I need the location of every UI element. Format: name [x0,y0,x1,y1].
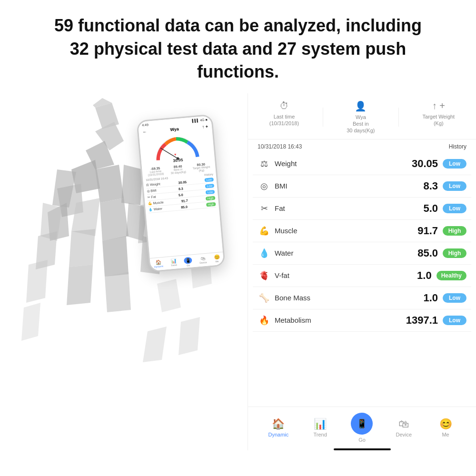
nav-device-label: Device [396,432,412,437]
timestamp-row: 10/31/2018 16:43 History [248,139,476,153]
metric-label: Water [275,249,409,257]
home-indicator [334,448,391,450]
metric-icon: 🫀 [258,270,271,281]
metric-value: 1397.1 [406,314,438,327]
stat-divider-1 [323,108,323,127]
right-panel: ⏱ Last time(10/31/2018) 👤 WyaBest in30 d… [248,93,476,450]
device-icon: 🛍 [398,418,409,430]
user-icon: 👤 [347,100,375,112]
phone-nav-me[interactable]: 😊 Me [214,254,220,264]
svg-marker-6 [100,198,129,241]
data-rows: ⚖ Weight 30.05 Low ◎ BMI 8.3 Low ✂ Fat 5… [248,153,476,407]
metric-icon: ✂ [258,203,271,214]
nav-device[interactable]: 🛍 Device [389,418,418,437]
nav-me-label: Me [442,432,449,437]
phone-nav-device[interactable]: 🛍 Device [199,256,207,266]
svg-marker-13 [26,260,48,303]
best-label: WyaBest in30 days(Kg) [347,114,375,134]
bottom-navigation: 🏠 Dynamic 📊 Trend 📱 Go 🛍 Device 😊 Me [248,407,476,446]
gauge-svg: ♥ 30.05 [149,132,204,165]
svg-marker-7 [69,229,95,267]
header-line3: functions. [197,62,279,81]
target-label: Target Weight(Kg) [423,113,455,127]
phone-user-name: Wya [170,127,179,132]
metric-icon: 🔥 [258,315,271,326]
svg-marker-14 [67,265,93,305]
phone-mockup: 4:49 ▌▌▌ 4G ■ ← Wya ↑ + [136,114,225,272]
trend-icon: 📊 [314,418,327,430]
metric-label: Metabolism [275,316,406,324]
metric-label: BMI [275,182,409,190]
data-row: 🔥 Metabolism 1397.1 Low [253,309,471,332]
phone-device: 4:49 ▌▌▌ 4G ■ ← Wya ↑ + [136,114,225,272]
data-row: 💪 Muscle 91.7 High [253,220,471,242]
top-stats-row: ⏱ Last time(10/31/2018) 👤 WyaBest in30 d… [248,93,476,139]
phone-history: History [204,173,213,177]
top-stat-last-time: ⏱ Last time(10/31/2018) [269,100,299,127]
status-badge: High [443,248,466,258]
metric-value: 1.0 [409,292,438,304]
top-stat-best: 👤 WyaBest in30 days(Kg) [347,100,375,134]
metric-value: 8.3 [409,180,438,192]
phone-time: 4:49 [142,123,149,127]
top-user-name: Wya [356,114,366,120]
metric-icon: 🦴 [258,293,271,303]
go-icon: 📱 [357,418,367,429]
nav-dynamic[interactable]: 🏠 Dynamic [264,418,293,437]
data-row: ✂ Fat 5.0 Low [253,198,471,220]
phone-nav-trend[interactable]: 📊 Trend [170,258,178,268]
svg-marker-25 [178,317,200,355]
svg-marker-22 [157,279,181,312]
svg-marker-8 [102,236,129,277]
svg-marker-4 [95,165,124,203]
nav-go[interactable]: 📱 Go [347,413,376,443]
header-line2: 32 physical test data and 27 system push [70,39,406,59]
go-button[interactable]: 📱 [351,413,373,435]
nav-trend-label: Trend [314,432,327,437]
status-badge: Low [443,316,466,325]
svg-marker-26 [143,327,167,362]
data-row: 💧 Water 85.0 High [253,242,471,265]
metric-label: Muscle [275,227,409,235]
timestamp: 10/31/2018 16:43 [258,143,302,150]
last-time-label: Last time(10/31/2018) [269,113,299,127]
metric-icon: ⚖ [258,159,271,169]
history-icon: ⏱ [269,100,299,111]
metric-label: Bone Mass [275,294,409,302]
metric-label: V-fat [275,271,403,279]
metric-icon: 💪 [258,226,271,236]
status-badge: Low [443,159,466,169]
svg-text:30.05: 30.05 [173,157,183,163]
data-row: ◎ BMI 8.3 Low [253,175,471,198]
dynamic-icon: 🏠 [272,418,285,430]
svg-marker-15 [105,272,131,312]
status-badge: Low [443,181,466,191]
status-badge: Low [443,204,466,213]
history-link[interactable]: History [449,143,466,150]
data-row: ⚖ Weight 30.05 Low [253,153,471,175]
phone-back-icon: ← [142,129,147,135]
nav-me[interactable]: 😊 Me [431,418,460,437]
metric-icon: ◎ [258,181,271,191]
main-content: 4:49 ▌▌▌ 4G ■ ← Wya ↑ + [0,93,476,450]
metric-value: 5.0 [409,202,438,215]
data-row: 🦴 Bone Mass 1.0 Low [253,287,471,309]
phone-actions: ↑ + [202,124,208,129]
phone-stat-best: 89.40 Best in 30 days(Kg) [170,164,186,175]
phone-stat-last: -59.35 Last time (10/31/2018) [147,166,164,177]
nav-dynamic-label: Dynamic [268,432,288,437]
phone-gauge: ♥ 30.05 [139,129,215,167]
phone-screen: 4:49 ▌▌▌ 4G ■ ← Wya ↑ + [138,116,224,271]
phone-stat-target: 80.30 Target Weight (Kg) [192,162,210,172]
status-badge: Low [443,293,466,303]
phone-nav-dynamic[interactable]: 🏠 Dynamic [154,259,164,270]
svg-text:♥: ♥ [174,152,177,157]
metric-value: 91.7 [409,225,438,237]
phone-nav-go[interactable]: 📱 Go [184,257,193,267]
status-badge: High [443,226,466,236]
left-side: 4:49 ▌▌▌ 4G ■ ← Wya ↑ + [0,93,248,450]
metric-value: 85.0 [409,247,438,259]
me-icon: 😊 [439,418,452,430]
share-icon: ↑ + [423,100,455,111]
nav-trend[interactable]: 📊 Trend [306,418,335,437]
